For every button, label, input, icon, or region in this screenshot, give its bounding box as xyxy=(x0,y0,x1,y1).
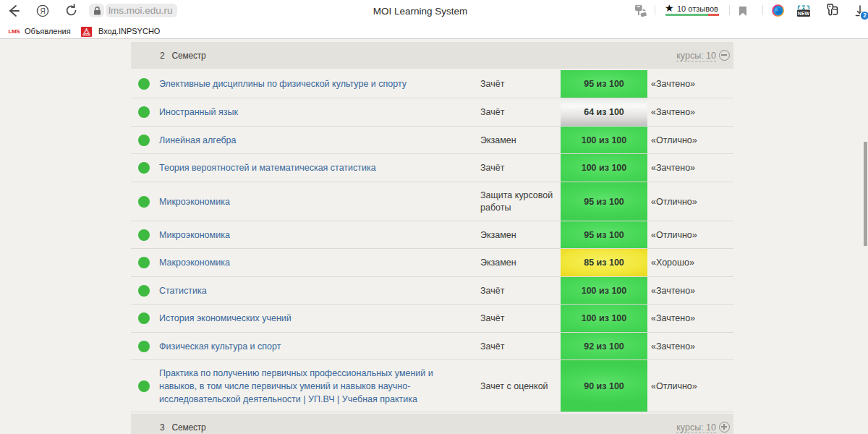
svg-text:NEW: NEW xyxy=(798,11,810,16)
